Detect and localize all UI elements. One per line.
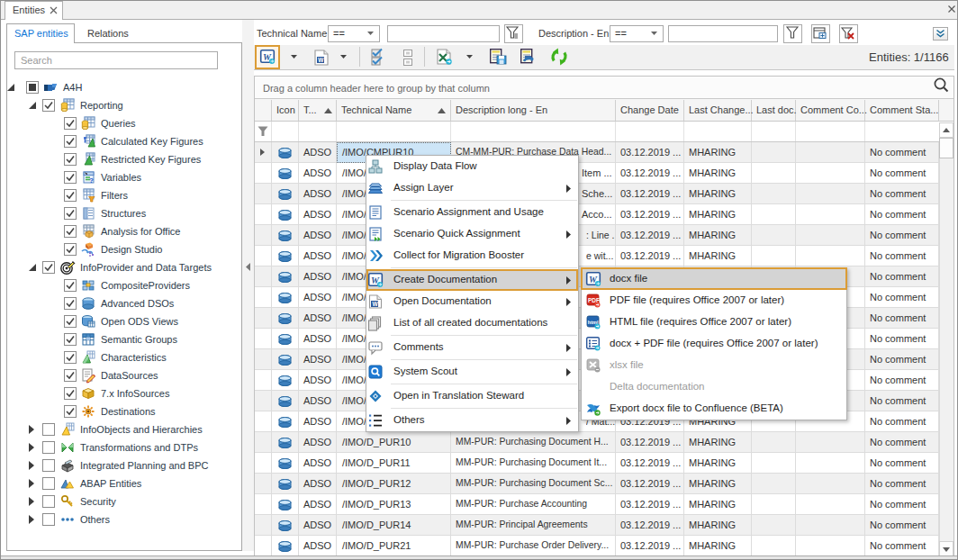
- svg-text:?: ?: [89, 176, 94, 185]
- svg-text:W: W: [372, 301, 378, 307]
- svg-text:W: W: [318, 57, 324, 63]
